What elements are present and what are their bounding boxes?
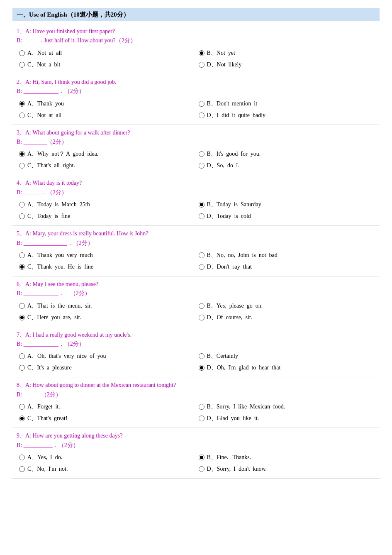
question-8-option-D[interactable]: D、Glad you like it.: [196, 413, 376, 423]
question-6-option-B[interactable]: B、Yes, please go on.: [196, 301, 376, 311]
question-6-radio-D[interactable]: [199, 315, 205, 320]
question-6-text-a: 6、A: May I see the menu, please?: [17, 280, 375, 289]
question-2: 2、A: Hi, Sam, I think you did a good job…: [12, 74, 380, 125]
question-2-radio-A[interactable]: [19, 101, 25, 107]
question-9-option-B[interactable]: B、Fine. Thanks.: [196, 452, 376, 462]
question-7-radio-B[interactable]: [199, 353, 205, 359]
question-1: 1、A: Have you finished your first paper?…: [12, 24, 380, 74]
question-5-option-A[interactable]: A、Thank you very much: [17, 250, 196, 260]
question-6: 6、A: May I see the menu, please?B: _____…: [12, 276, 380, 327]
question-5-option-C[interactable]: C、Thank you. He is fine: [17, 262, 196, 272]
question-7-radio-C[interactable]: [19, 365, 25, 371]
question-4-option-C[interactable]: C、Today is fine: [17, 211, 196, 221]
question-1-option-A[interactable]: A、Not at all: [17, 48, 196, 58]
question-8-option-C[interactable]: C、That's great!: [17, 413, 196, 423]
section-title: 一、Use of English（10道小题，共20分）: [17, 11, 129, 18]
question-4-option-B[interactable]: B、Today is Saturday: [196, 200, 376, 210]
question-1-option-B[interactable]: B、Not yet: [196, 48, 376, 58]
question-4-radio-D[interactable]: [199, 213, 205, 219]
question-7-option-C[interactable]: C、It's a pleasure: [17, 363, 196, 373]
question-9-options: A、Yes, I do.B、Fine. Thanks.C、No, I'm not…: [17, 452, 375, 474]
question-2-option-C[interactable]: C、Not at all: [17, 110, 196, 120]
question-8-radio-B[interactable]: [199, 404, 205, 410]
question-3-radio-D[interactable]: [199, 163, 205, 169]
question-9-option-A[interactable]: A、Yes, I do.: [17, 452, 196, 462]
question-8-label-B: B、Sorry, I like Mexican food.: [207, 403, 285, 411]
question-5-radio-B[interactable]: [199, 252, 205, 258]
question-3-option-C[interactable]: C、That's all right.: [17, 161, 196, 171]
question-6-radio-C[interactable]: [19, 315, 25, 320]
question-4-radio-B[interactable]: [199, 202, 205, 208]
question-1-radio-C[interactable]: [19, 62, 25, 68]
question-3-option-B[interactable]: B、It's good for you.: [196, 149, 376, 159]
question-1-option-C[interactable]: C、Not a bit: [17, 60, 196, 70]
question-3-radio-C[interactable]: [19, 163, 25, 169]
question-7-option-A[interactable]: A、Oh, that's very nice of you: [17, 351, 196, 361]
question-8: 8、A: How about going to dinner at the Me…: [12, 377, 380, 428]
question-6-option-D[interactable]: D、Of course, sir.: [196, 313, 376, 323]
question-2-option-D[interactable]: D、I did it quite badly: [196, 110, 376, 120]
question-8-radio-D[interactable]: [199, 416, 205, 421]
question-8-option-A[interactable]: A、Forget it.: [17, 402, 196, 412]
question-3-options: A、Why not？ A good idea.B、It's good for y…: [17, 149, 375, 171]
question-3-option-A[interactable]: A、Why not？ A good idea.: [17, 149, 196, 159]
question-7-text-a: 7、A: I had a really good weekend at my u…: [17, 330, 375, 340]
question-5-radio-C[interactable]: [19, 264, 25, 270]
question-6-radio-A[interactable]: [19, 303, 25, 309]
question-7-text-b: B: ____________．（2分）: [17, 340, 375, 349]
question-8-option-B[interactable]: B、Sorry, I like Mexican food.: [196, 402, 376, 412]
question-9-option-D[interactable]: D、Sorry, I don't know.: [196, 464, 376, 474]
question-9-radio-C[interactable]: [19, 466, 25, 472]
question-7-option-D[interactable]: D、Oh, I'm glad to hear that: [196, 363, 376, 373]
question-4-options: A、Today is March 25thB、Today is Saturday…: [17, 200, 375, 221]
question-1-option-D[interactable]: D、Not likely: [196, 60, 376, 70]
question-4-label-A: A、Today is March 25th: [27, 201, 90, 208]
question-3-radio-A[interactable]: [19, 151, 25, 157]
question-2-radio-B[interactable]: [199, 101, 205, 107]
question-9-label-C: C、No, I'm not.: [27, 465, 68, 473]
question-9-option-C[interactable]: C、No, I'm not.: [17, 464, 196, 474]
question-8-label-A: A、Forget it.: [27, 403, 60, 411]
question-9-radio-A[interactable]: [19, 455, 25, 460]
question-1-radio-D[interactable]: [199, 62, 205, 68]
question-2-label-C: C、Not at all: [27, 112, 61, 119]
question-8-radio-A[interactable]: [19, 404, 25, 410]
question-3-radio-B[interactable]: [199, 151, 205, 157]
page: 一、Use of English（10道小题，共20分） 1、A: Have y…: [0, 0, 392, 487]
question-1-label-B: B、Not yet: [207, 49, 235, 57]
question-5-radio-A[interactable]: [19, 252, 25, 258]
question-3-option-D[interactable]: D、So, do I.: [196, 161, 376, 171]
question-9: 9、A: How are you getting along these day…: [12, 428, 380, 479]
question-3: 3、A: What about going for a walk after d…: [12, 125, 380, 176]
question-5-text-b: B: _______________．（2分）: [17, 239, 375, 248]
question-6-option-A[interactable]: A、That is the menu, sir.: [17, 301, 196, 311]
question-5-options: A、Thank you very muchB、No, no, John is n…: [17, 250, 375, 272]
question-3-label-A: A、Why not？ A good idea.: [27, 150, 98, 158]
question-5-option-B[interactable]: B、No, no, John is not bad: [196, 250, 376, 260]
question-4-option-D[interactable]: D、Today is cold: [196, 211, 376, 221]
question-4-radio-A[interactable]: [19, 202, 25, 208]
question-4-option-A[interactable]: A、Today is March 25th: [17, 200, 196, 210]
question-2-option-A[interactable]: A、Thank you: [17, 99, 196, 109]
question-7-option-B[interactable]: B、Certainly: [196, 351, 376, 361]
question-2-radio-D[interactable]: [199, 112, 205, 118]
question-5-radio-D[interactable]: [199, 264, 205, 270]
question-1-radio-B[interactable]: [199, 50, 205, 56]
question-3-label-B: B、It's good for you.: [207, 150, 261, 158]
question-7-radio-D[interactable]: [199, 365, 205, 371]
question-9-text-a: 9、A: How are you getting along these day…: [17, 431, 375, 440]
question-6-option-C[interactable]: C、Here you are, sir.: [17, 313, 196, 323]
question-6-radio-B[interactable]: [199, 303, 205, 309]
question-5-option-D[interactable]: D、Don't say that: [196, 262, 376, 272]
question-1-text-b: B: ______. Just half of it. How about yo…: [17, 36, 375, 45]
question-6-label-C: C、Here you are, sir.: [27, 314, 81, 321]
question-9-label-B: B、Fine. Thanks.: [207, 454, 251, 461]
question-8-radio-C[interactable]: [19, 416, 25, 421]
question-9-radio-D[interactable]: [199, 466, 205, 472]
question-2-option-B[interactable]: B、Don't mention it: [196, 99, 376, 109]
question-1-radio-A[interactable]: [19, 50, 25, 56]
question-4-radio-C[interactable]: [19, 213, 25, 219]
question-2-radio-C[interactable]: [19, 112, 25, 118]
question-7-radio-A[interactable]: [19, 353, 25, 359]
question-9-radio-B[interactable]: [199, 455, 205, 460]
